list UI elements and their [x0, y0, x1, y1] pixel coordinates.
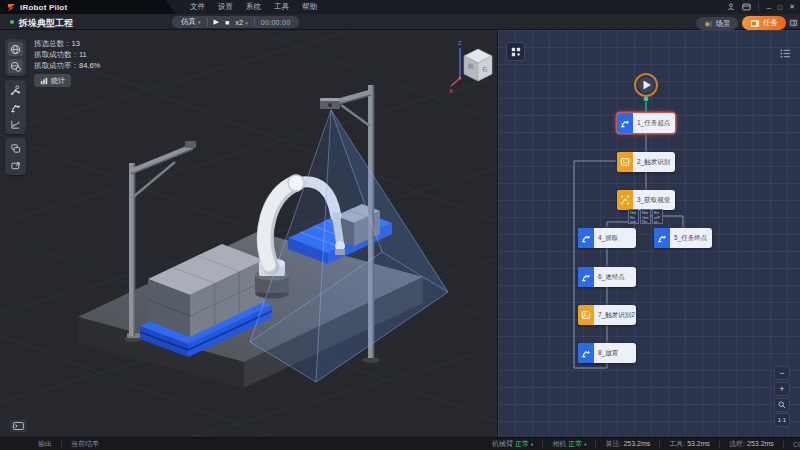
robot-arm-icon[interactable] — [8, 100, 23, 114]
menu-system[interactable]: 系统 — [246, 2, 261, 12]
status-bar: 输出 当前结果 机械臂 正常▾ 相机 正常▾ 算法: 253.2ms 工具: 5… — [0, 437, 800, 450]
tool-group-windows — [5, 138, 26, 175]
robot-node-icon — [617, 113, 633, 133]
status-divider — [542, 441, 543, 448]
cube-right-label: 右 — [481, 65, 488, 73]
console-button[interactable] — [10, 420, 27, 432]
chevron-down-icon: ▾ — [198, 19, 201, 25]
menu-bar: 文件 设置 系统 工具 帮助 — [190, 0, 317, 14]
start-port — [644, 97, 649, 102]
3d-scene-canvas[interactable] — [0, 30, 497, 437]
play-button[interactable]: ▶ — [214, 18, 219, 26]
robot-node-icon — [654, 228, 670, 248]
view-cube[interactable]: 前 右 — [464, 49, 492, 81]
status-divider — [595, 441, 596, 448]
orientation-gizmo[interactable]: Z X 前 右 — [448, 36, 496, 94]
cube-front-label: 前 — [467, 63, 474, 69]
trajectory-chart-icon[interactable] — [8, 117, 23, 131]
console-icon — [13, 422, 24, 430]
magnifier-icon — [778, 401, 786, 409]
status-divider — [783, 441, 784, 448]
x-axis-label: X — [449, 88, 453, 94]
start-node[interactable] — [635, 74, 657, 101]
status-divider — [659, 441, 660, 448]
mode-select[interactable]: 仿真 ▾ — [181, 17, 201, 27]
vision-node-icon — [617, 152, 633, 172]
zoom-reset-button[interactable]: 1:1 — [774, 413, 790, 427]
window-controls: – □ ✕ — [727, 0, 795, 14]
world-settings-icon[interactable] — [8, 59, 23, 73]
3d-viewport[interactable]: 拣选总数：13 抓取成功数：11 抓取成功率：84.6% 统计 Z — [0, 30, 497, 437]
menu-help[interactable]: 帮助 — [302, 2, 317, 12]
flow-connections — [498, 30, 800, 437]
project-bar: 拆垛典型工程 仿真 ▾ ▶ ■ x2 ▾ 00:00:00 场景 — [0, 14, 800, 30]
task-icon — [750, 19, 760, 28]
menu-file[interactable]: 文件 — [190, 2, 205, 12]
branch-label-get-result: GetResult — [628, 209, 639, 224]
zoom-in-button[interactable]: + — [774, 382, 790, 396]
chevron-down-icon: ▾ — [531, 442, 533, 447]
stats-overlay: 拣选总数：13 抓取成功数：11 抓取成功率：84.6% — [34, 38, 100, 71]
flow-time: 流程: 253.2ms — [729, 439, 774, 449]
flow-node-grab[interactable]: 4_抓取 — [578, 228, 636, 248]
menu-settings[interactable]: 设置 — [218, 2, 233, 12]
close-button[interactable]: ✕ — [789, 3, 795, 11]
app-logo: iRobot Pilot — [0, 0, 176, 14]
project-name: 拆垛典型工程 — [19, 17, 73, 30]
zoom-out-button[interactable]: − — [774, 366, 790, 380]
status-divider — [719, 441, 720, 448]
camera-status[interactable]: 相机 正常▾ — [552, 439, 586, 449]
trailing-clipped-text: CC — [793, 441, 800, 448]
logo-icon — [7, 3, 16, 12]
user-icon[interactable] — [727, 3, 735, 11]
pill-divider — [254, 18, 255, 26]
simulation-timer: 00:00:00 — [261, 19, 291, 26]
task-tab-button[interactable]: 任务 — [742, 16, 786, 30]
robot-node-icon — [578, 343, 594, 363]
flow-node-task-end[interactable]: 5_任务终点 — [654, 228, 712, 248]
flow-node-task-start[interactable]: 1_任务起点 — [617, 113, 675, 133]
output-tab[interactable]: 输出 — [38, 439, 52, 449]
flow-node-waypoint[interactable]: 6_途经点 — [578, 267, 636, 287]
maximize-button[interactable]: □ — [778, 4, 782, 11]
current-result-tab[interactable]: 当前结果 — [71, 439, 99, 449]
tool-time: 工具: 53.2ms — [669, 439, 710, 449]
robot-node-icon — [578, 228, 594, 248]
viewport-toolbar — [5, 39, 26, 175]
menu-tools[interactable]: 工具 — [274, 2, 289, 12]
robot-status[interactable]: 机械臂 正常▾ — [492, 439, 533, 449]
panel-icon — [790, 20, 797, 26]
bar-chart-icon — [40, 77, 48, 85]
zoom-search-button[interactable] — [774, 398, 790, 412]
panel-toggle-button[interactable] — [789, 19, 798, 27]
app-title: iRobot Pilot — [20, 3, 67, 12]
task-flow-panel: 1_任务起点 2_触发识别 3_获取视觉 4_抓取 — [497, 30, 800, 437]
joints-icon[interactable] — [8, 83, 23, 97]
flow-node-place[interactable]: 8_放置 — [578, 343, 636, 363]
scene-icon — [704, 20, 713, 28]
app-window: iRobot Pilot 文件 设置 系统 工具 帮助 – □ ✕ 拆垛典 — [0, 0, 800, 450]
pill-divider — [207, 18, 208, 26]
scene-tab-button[interactable]: 场景 — [696, 17, 738, 30]
world-view-icon[interactable] — [8, 42, 23, 56]
speed-select[interactable]: x2 ▾ — [235, 18, 248, 27]
title-bar: iRobot Pilot 文件 设置 系统 工具 帮助 – □ ✕ — [0, 0, 800, 14]
z-axis-label: Z — [458, 40, 462, 46]
layers-icon[interactable] — [8, 141, 23, 155]
flow-node-trigger-recognition[interactable]: 2_触发识别 — [617, 152, 675, 172]
branch-label-not-get-result: NotGetResult — [640, 209, 651, 224]
export-window-icon[interactable] — [8, 158, 23, 172]
minimize-button[interactable]: – — [766, 3, 770, 12]
layout-icon[interactable] — [742, 3, 751, 11]
flow-node-get-vision[interactable]: 3_获取视觉 — [617, 190, 675, 210]
flow-node-trigger-recognition-2[interactable]: 7_触发识别2 — [578, 305, 636, 325]
statistics-button[interactable]: 统计 — [34, 74, 71, 87]
robot-node-icon — [578, 267, 594, 287]
chevron-down-icon: ▾ — [584, 442, 586, 447]
camera-3d — [320, 98, 340, 109]
stat-success-count: 抓取成功数：11 — [34, 49, 100, 60]
stat-total: 拣选总数：13 — [34, 38, 100, 49]
stat-success-rate: 抓取成功率：84.6% — [34, 60, 100, 71]
branch-label-error-pos: ErrorPos — [652, 209, 663, 224]
stop-button[interactable]: ■ — [225, 19, 229, 26]
